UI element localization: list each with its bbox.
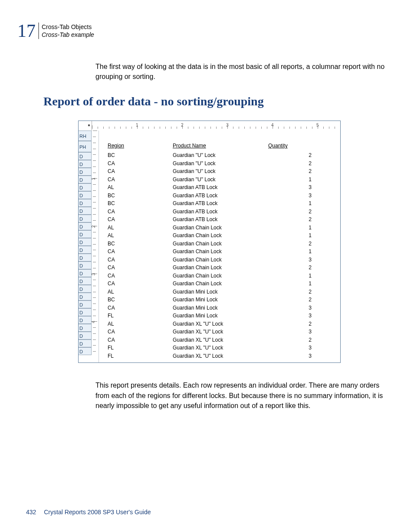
table-row: BCGuardian Chain Lock2 xyxy=(108,240,337,248)
section-label-d: D xyxy=(79,324,92,332)
vruler-number: 1 xyxy=(91,178,96,180)
cell-region: CA xyxy=(108,176,173,184)
section-heading: Report of order data - no sorting/groupi… xyxy=(43,95,388,108)
cell-product: Guardian "U" Lock xyxy=(173,160,268,168)
vruler-number: 2 xyxy=(91,225,96,228)
section-label-d: D xyxy=(79,199,92,207)
table-row: CAGuardian ATB Lock2 xyxy=(108,208,337,216)
cell-quantity: 3 xyxy=(268,312,325,320)
cell-quantity: 3 xyxy=(268,192,325,200)
cell-region: CA xyxy=(108,280,173,288)
cell-region: CA xyxy=(108,160,173,168)
section-label-column: RHPHDDDDDDDDDDDDDDDDDDDDDDDDDD xyxy=(79,131,92,362)
cell-product: Guardian Chain Lock xyxy=(173,256,268,264)
cell-quantity: 3 xyxy=(268,328,325,336)
table-row: ALGuardian Chain Lock1 xyxy=(108,232,337,240)
cell-region: CA xyxy=(108,167,173,176)
cell-product: Guardian Chain Lock xyxy=(173,280,268,288)
cell-region: CA xyxy=(108,304,173,312)
section-label-d: D xyxy=(79,308,92,316)
cell-product: Guardian Chain Lock xyxy=(173,248,268,256)
cell-region: CA xyxy=(108,336,173,344)
cell-product: Guardian ATB Lock xyxy=(173,199,268,208)
vruler-number: 4 xyxy=(91,321,96,323)
cell-quantity: 2 xyxy=(268,151,325,160)
cell-region: BC xyxy=(108,199,173,208)
section-label-d: D xyxy=(79,293,92,300)
section-label-d: D xyxy=(79,316,92,324)
cell-region: BC xyxy=(108,192,173,200)
section-label-d: D xyxy=(79,246,92,254)
section-label-d: D xyxy=(79,168,92,176)
cell-product: Guardian XL "U" Lock xyxy=(173,328,268,336)
cell-region: AL xyxy=(108,183,173,192)
ruler-major: 3 xyxy=(226,123,229,127)
table-row: FLGuardian Mini Lock3 xyxy=(108,312,337,320)
section-label-d: D xyxy=(79,183,92,191)
ruler-major: 5 xyxy=(316,123,319,127)
cell-product: Guardian Chain Lock xyxy=(173,272,268,280)
ruler-major: 4 xyxy=(271,123,274,127)
table-row: CAGuardian Chain Lock2 xyxy=(108,264,337,272)
cell-quantity: 1 xyxy=(268,272,325,280)
cell-product: Guardian XL "U" Lock xyxy=(173,336,268,344)
column-header-quantity: Quantity xyxy=(268,143,325,149)
cell-product: Guardian XL "U" Lock xyxy=(173,344,268,352)
table-row: CAGuardian "U" Lock1 xyxy=(108,176,337,184)
page-number: 432 xyxy=(26,509,36,516)
table-row: CAGuardian XL "U" Lock2 xyxy=(108,336,337,344)
cell-region: FL xyxy=(108,312,173,320)
table-row: CAGuardian Chain Lock1 xyxy=(108,280,337,288)
column-header-region: Region xyxy=(108,143,173,149)
cell-region: CA xyxy=(108,208,173,216)
cell-product: Guardian Chain Lock xyxy=(173,240,268,248)
design-content-area: Region Product Name Quantity BCGuardian … xyxy=(99,131,340,362)
cell-quantity: 2 xyxy=(268,336,325,344)
vruler-number: 3 xyxy=(91,273,96,276)
cell-region: CA xyxy=(108,272,173,280)
cell-quantity: 1 xyxy=(268,248,325,256)
header-title: Cross-Tab Objects xyxy=(42,23,94,31)
cell-quantity: 1 xyxy=(268,280,325,288)
cell-quantity: 2 xyxy=(268,167,325,176)
section-label-d: D xyxy=(79,332,92,339)
table-row: BCGuardian ATB Lock1 xyxy=(108,199,337,208)
cell-product: Guardian Mini Lock xyxy=(173,312,268,320)
page-header: 17 Cross-Tab Objects Cross-Tab example xyxy=(17,22,388,40)
cell-quantity: 2 xyxy=(268,296,325,304)
cell-product: Guardian "U" Lock xyxy=(173,176,268,184)
cell-region: AL xyxy=(108,232,173,240)
table-row: CAGuardian Chain Lock1 xyxy=(108,248,337,256)
cell-product: Guardian XL "U" Lock xyxy=(173,352,268,360)
cell-quantity: 3 xyxy=(268,344,325,352)
cell-quantity: 3 xyxy=(268,183,325,192)
cell-product: Guardian Mini Lock xyxy=(173,296,268,304)
cell-quantity: 2 xyxy=(268,215,325,224)
section-label-d: D xyxy=(79,285,92,293)
table-row: BCGuardian Mini Lock2 xyxy=(108,296,337,304)
cell-region: CA xyxy=(108,328,173,336)
table-row: CAGuardian Mini Lock3 xyxy=(108,304,337,312)
chapter-number: 17 xyxy=(17,22,38,40)
section-label-d: D xyxy=(79,160,92,168)
horizontal-ruler: 12345 xyxy=(92,121,340,131)
table-row: FLGuardian XL "U" Lock3 xyxy=(108,352,337,360)
ruler-corner xyxy=(79,121,92,131)
cell-product: Guardian Mini Lock xyxy=(173,288,268,296)
vertical-ruler: 1234 xyxy=(92,131,99,361)
table-row: CAGuardian Chain Lock3 xyxy=(108,256,337,264)
section-label-d: D xyxy=(79,261,92,269)
cell-quantity: 2 xyxy=(268,208,325,216)
cell-region: CA xyxy=(108,256,173,264)
table-row: CAGuardian "U" Lock2 xyxy=(108,167,337,176)
cell-product: Guardian ATB Lock xyxy=(173,208,268,216)
cell-quantity: 2 xyxy=(268,288,325,296)
header-titles: Cross-Tab Objects Cross-Tab example xyxy=(42,23,94,39)
cell-product: Guardian "U" Lock xyxy=(173,151,268,160)
report-designer-screenshot: 12345 RHPHDDDDDDDDDDDDDDDDDDDDDDDDDD 123… xyxy=(78,121,341,363)
section-label-d: D xyxy=(79,191,92,199)
cell-product: Guardian Mini Lock xyxy=(173,304,268,312)
section-label-d: D xyxy=(79,207,92,215)
after-paragraph: This report presents details. Each row r… xyxy=(95,380,388,411)
cell-product: Guardian "U" Lock xyxy=(173,167,268,176)
